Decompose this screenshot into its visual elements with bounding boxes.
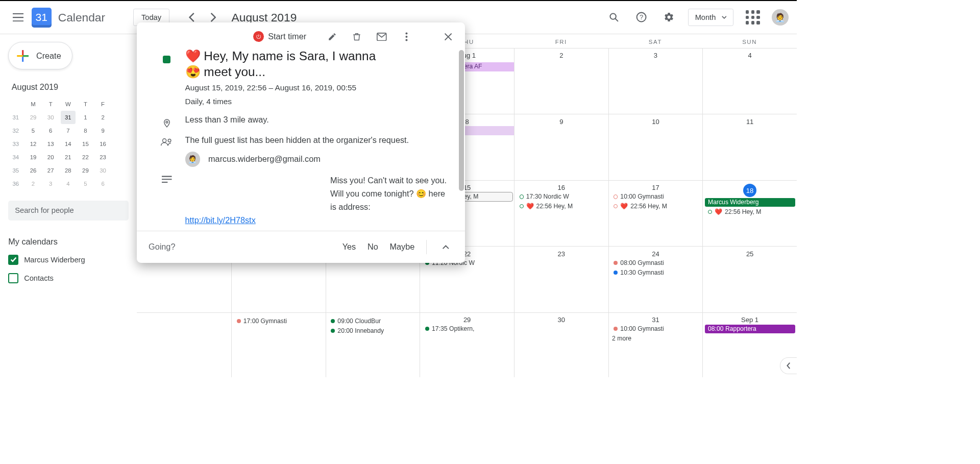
day-cell[interactable]: 1617:30 Nordic W❤️ 22:56 Hey, M (514, 180, 608, 246)
mini-day[interactable]: 31 (61, 111, 76, 124)
mini-day[interactable]: 7 (61, 124, 76, 137)
event-chip[interactable]: Marcus Widerberg (705, 198, 795, 207)
day-cell[interactable]: 30 (514, 312, 608, 377)
event-chip[interactable]: 20:00 Innebandy (328, 327, 418, 335)
day-cell[interactable] (137, 312, 231, 377)
event-chip[interactable]: 08:00 Rapportera (705, 325, 795, 333)
day-cell[interactable]: 11 (702, 114, 797, 180)
calendar-checkbox[interactable] (8, 273, 18, 283)
next-period-icon[interactable] (207, 11, 220, 24)
mini-day[interactable]: 3 (43, 177, 58, 190)
event-chip[interactable]: 17:30 Nordic W (516, 192, 606, 201)
email-icon[interactable] (374, 29, 390, 45)
organizer-row[interactable]: 🧑‍💼 marcus.widerberg@gmail.com (185, 152, 450, 166)
search-people-input[interactable]: Search for people (8, 201, 129, 221)
delete-icon[interactable] (349, 29, 365, 45)
mini-day[interactable]: 15 (78, 137, 93, 151)
event-chip[interactable]: ❤️ 22:56 Hey, M (705, 208, 795, 216)
mini-day[interactable]: 29 (78, 164, 93, 177)
rsvp-no[interactable]: No (368, 242, 378, 252)
mini-day[interactable]: 14 (61, 137, 76, 151)
close-icon[interactable] (440, 29, 457, 45)
day-cell[interactable]: 17:00 Gymnasti (231, 312, 326, 377)
event-description-link[interactable]: http://bit.ly/2H78stx (185, 215, 256, 225)
mini-day[interactable]: 5 (78, 177, 93, 190)
day-cell[interactable]: 23 (514, 246, 608, 312)
rsvp-maybe[interactable]: Maybe (389, 242, 414, 252)
event-chip[interactable]: 10:00 Gymnasti (610, 192, 701, 201)
mini-day[interactable]: 22 (78, 151, 93, 164)
mini-day[interactable]: 4 (61, 177, 76, 190)
day-cell[interactable]: 9 (514, 114, 608, 180)
event-chip[interactable]: 17:00 Gymnasti (233, 317, 324, 326)
edit-icon[interactable] (324, 29, 340, 45)
prev-period-icon[interactable] (185, 11, 199, 24)
my-calendars-header[interactable]: My calendars (8, 237, 129, 247)
mini-day[interactable]: 5 (26, 124, 40, 137)
event-chip[interactable]: ❤️ 22:56 Hey, M (610, 202, 701, 211)
mini-day[interactable]: 6 (43, 124, 58, 137)
event-chip[interactable]: 10:30 Gymnasti (610, 268, 701, 277)
settings-gear-icon[interactable] (660, 9, 677, 26)
mini-day[interactable]: 20 (43, 151, 58, 164)
event-chip[interactable]: 10:00 Gymnasti (610, 325, 701, 333)
event-chip[interactable]: 17:35 Optikern, (422, 325, 512, 333)
mini-day[interactable]: 26 (26, 164, 40, 177)
mini-day[interactable]: 8 (78, 124, 93, 137)
mini-day[interactable]: 21 (61, 151, 76, 164)
day-cell[interactable]: 18Marcus Widerberg❤️ 22:56 Hey, M (702, 180, 797, 246)
mini-day[interactable]: 30 (43, 111, 58, 124)
day-cell[interactable]: 4 (702, 48, 797, 114)
more-options-icon[interactable] (399, 29, 415, 45)
svg-point-5 (406, 36, 408, 38)
day-cell[interactable]: 3 (608, 48, 703, 114)
mini-day[interactable]: 28 (61, 164, 76, 177)
day-cell[interactable]: 25 (702, 246, 797, 312)
mini-day[interactable]: 30 (95, 164, 110, 177)
event-chip[interactable]: 08:00 Gymnasti (610, 258, 701, 267)
logo-day: 31 (36, 11, 48, 23)
mini-day[interactable]: 16 (95, 137, 110, 151)
mini-day[interactable]: 6 (95, 177, 110, 190)
start-timer-button[interactable]: Start timer (253, 31, 306, 42)
day-cell[interactable]: 10 (608, 114, 703, 180)
event-chip[interactable]: ❤️ 22:56 Hey, M (516, 202, 606, 211)
going-label: Going? (149, 242, 175, 252)
show-side-panel-icon[interactable] (780, 357, 797, 374)
day-cell[interactable]: 2 (514, 48, 608, 114)
popover-scrollbar[interactable] (459, 50, 464, 191)
mini-month-label: August 2019 (12, 82, 129, 92)
calendar-item[interactable]: Contacts (8, 273, 129, 283)
day-cell[interactable]: 2917:35 Optikern, (420, 312, 514, 377)
mini-day[interactable]: 12 (26, 137, 40, 151)
calendar-item[interactable]: Marcus Widerberg (8, 255, 129, 265)
mini-day[interactable]: 23 (95, 151, 110, 164)
mini-day[interactable]: 2 (26, 177, 40, 190)
view-select[interactable]: Month (688, 9, 734, 26)
svg-point-7 (166, 121, 168, 123)
mini-day[interactable]: 29 (26, 111, 40, 124)
organizer-email: marcus.widerberg@gmail.com (208, 154, 321, 164)
calendar-checkbox[interactable] (8, 255, 18, 265)
hamburger-menu-icon[interactable] (8, 8, 28, 28)
search-icon[interactable] (606, 9, 623, 26)
mini-day[interactable]: 1 (78, 111, 93, 124)
mini-day[interactable]: 2 (95, 111, 110, 124)
rsvp-yes[interactable]: Yes (342, 242, 356, 252)
mini-day[interactable]: 19 (26, 151, 40, 164)
day-cell[interactable]: 2408:00 Gymnasti10:30 Gymnasti (608, 246, 703, 312)
day-cell[interactable]: 1710:00 Gymnasti❤️ 22:56 Hey, M (608, 180, 703, 246)
google-apps-icon[interactable] (745, 9, 762, 26)
day-cell[interactable]: 3110:00 Gymnasti2 more (608, 312, 703, 377)
mini-calendar[interactable]: M T W T F 312930311232567893312131415163… (8, 97, 129, 190)
account-avatar[interactable]: 🧑‍💼 (772, 9, 789, 26)
help-icon[interactable]: ? (633, 9, 650, 26)
expand-rsvp-icon[interactable] (438, 239, 453, 254)
more-events-link[interactable]: 2 more (609, 334, 703, 343)
mini-day[interactable]: 27 (43, 164, 58, 177)
day-cell[interactable]: 09:00 CloudBur20:00 Innebandy (326, 312, 420, 377)
mini-day[interactable]: 13 (43, 137, 58, 151)
mini-day[interactable]: 9 (95, 124, 110, 137)
create-button[interactable]: Create (8, 42, 72, 69)
event-chip[interactable]: 09:00 CloudBur (328, 317, 418, 326)
